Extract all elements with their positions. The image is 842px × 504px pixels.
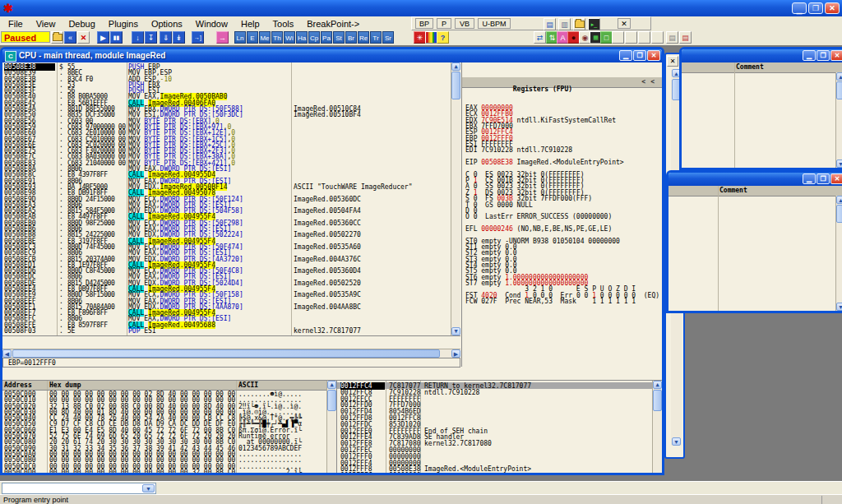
disasm-row[interactable]: 00508E91.8B06MOV EAX,DWORD PTR DS:[ESI]	[2, 178, 451, 183]
menu-breakpoint[interactable]: BreakPoint->	[300, 19, 366, 29]
dump-row[interactable]: 0050C050C9 D7 CF C8 CD CE DB D8 DA D9 CA…	[2, 420, 326, 426]
trace-over-icon[interactable]: ↡	[173, 31, 185, 44]
letter-button-tr[interactable]: Tr	[370, 31, 382, 44]
letter-button-cp[interactable]: Cp	[308, 31, 320, 44]
menu-plugins[interactable]: Plugins	[102, 19, 145, 29]
cpu-minimize-button[interactable]: ▁	[619, 50, 632, 61]
console-icon[interactable]: ▸_	[588, 18, 600, 30]
pause-icon[interactable]: ▮▮	[110, 31, 123, 44]
disasm-row[interactable]: 00508E39.8BECMOV EBP,ESP	[2, 69, 451, 75]
register-line[interactable]: FCW 027F Prec NEAR,53 Mask 1 1 1 1 1 1	[465, 298, 662, 303]
comment1-scroll-up-icon[interactable]: ▲	[836, 72, 842, 81]
comment2-scroll-down-icon[interactable]: ▼	[836, 303, 842, 311]
toolbar-blank-button-4[interactable]	[651, 31, 664, 44]
disasm-scroll-up-icon[interactable]: ▲	[451, 62, 460, 71]
register-line[interactable]: ST0 empty -UNORM B938 01050104 00000000	[465, 238, 662, 243]
register-line[interactable]: EFL 00000246 (NO,NB,E,BE,NS,PE,GE,LE)	[465, 225, 662, 231]
dump-scroll-up-icon[interactable]: ▲	[327, 381, 336, 389]
disasm-row[interactable]: 00508E9D.8B0D 24F15000MOV ECX,DWORD PTR …	[2, 196, 451, 201]
stack-row[interactable]: 0012FFE47C839AD8SE handler	[337, 433, 652, 440]
close-program-icon[interactable]: ✕	[77, 31, 90, 44]
disasm-row[interactable]: 00508E56.C603 00MOV BYTE PTR DS:[EBX],0	[2, 118, 451, 123]
disasm-row[interactable]: 00508EC9.8B06MOV EAX,DWORD PTR DS:[ESI]	[2, 249, 451, 255]
stack-vscrollbar[interactable]: ▲	[652, 381, 662, 473]
disasm-row[interactable]: 00508EE4.E8 0B97F8FFCALL ImageRed.004955…	[2, 285, 451, 291]
book-icon[interactable]: ▥	[558, 18, 571, 30]
dump-row[interactable]: 0050C00000 00 00 00 00 00 00 00 02 8D 40…	[2, 391, 326, 396]
stack-row[interactable]: 0012FFDC853D1020	[337, 421, 652, 428]
disasm-row[interactable]: 00508E67.C683 C5010000 00MOV BYTE PTR DS…	[2, 136, 451, 141]
stack-row[interactable]: 0012FFE0FFFFFFFFEnd of SEH chain	[337, 428, 652, 434]
disasm-scroll-right-icon[interactable]: ▶	[451, 349, 460, 358]
comment2-maximize-button[interactable]: ❐	[817, 173, 830, 184]
command-combobox[interactable]: ▼	[2, 483, 156, 494]
register-line[interactable]: EIP 00508E38 ImageRed.<ModuleEntryPoint>	[465, 159, 662, 164]
help-icon[interactable]: ?	[437, 31, 449, 44]
cpu-restore-button[interactable]: ❐	[633, 50, 646, 61]
dump-row[interactable]: 0050C0D000 00 00 00 00 00 00 00 00 00 00…	[2, 469, 326, 473]
trace-into-icon[interactable]: ⇓	[160, 31, 172, 44]
disasm-row[interactable]: 00508EFE.E8 8597F8FFCALL ImageRed.004956…	[2, 321, 451, 327]
band-button-bp[interactable]: BP	[415, 18, 433, 29]
stack-row[interactable]: 0012FFC87C910228ntdll.7C910228	[337, 389, 652, 395]
register-line[interactable]: FST 4020 Cond 1 0 0 0 Err 0 0 1 0 0 0 0 …	[465, 292, 662, 298]
stack-row[interactable]: 0012FFCCFFFFFFFF	[337, 395, 652, 402]
comment1-minimize-button[interactable]: ▁	[803, 50, 816, 61]
plugin-sync-arrows-icon[interactable]: ⇄	[534, 31, 546, 44]
stack-scroll-up-icon[interactable]: ▲	[653, 381, 662, 389]
dump-row[interactable]: 0050C08020 20 61 74 20 30 30 30 30 30 30…	[2, 438, 326, 444]
stack-row[interactable]: 0012FFF800508E38ImageRed.<ModuleEntryPoi…	[337, 465, 652, 472]
register-line[interactable]: ECX 0012FFB0	[465, 110, 662, 116]
stack-row[interactable]: 0012FFD80012FFC8	[337, 414, 652, 421]
register-line[interactable]: A 0 SS 0023 32bit 0(FFFFFFFF)	[465, 183, 662, 188]
registers-pane[interactable]: Registers (FPU) << EAX 00000000ECX 0012F…	[461, 62, 662, 367]
stack-row[interactable]: 0012FFF000000000	[337, 453, 652, 460]
register-line[interactable]: EDX 7C90E514 ntdll.KiFastSystemCallRet	[465, 117, 662, 123]
comment-window-1-titlebar[interactable]: ▁ ❐ ✕	[682, 49, 842, 62]
register-line[interactable]: ST2 empty 0.0	[465, 249, 662, 255]
stack-row[interactable]: 0012FFD07FFD7000	[337, 401, 652, 408]
log-marks-icon[interactable]: ▤	[679, 31, 692, 44]
disasm-scroll-down-icon[interactable]: ▼	[451, 327, 460, 335]
disasm-row[interactable]: 00508E60.C683 2E010000 00MOV BYTE PTR DS…	[2, 129, 451, 135]
stack-row[interactable]: 0012FFD48054B6ED	[337, 408, 652, 414]
register-line[interactable]: P 1 CS 001B 32bit 0(FFFFFFFF)	[465, 177, 662, 183]
register-line[interactable]: C 0 ES 0023 32bit 0(FFFFFFFF)	[465, 171, 662, 177]
dump-row[interactable]: 0050C0A000 00 00 00 00 00 00 00 00 00 00…	[2, 451, 326, 456]
register-line[interactable]: ST6 empty 1.0000000000000000000	[465, 274, 662, 280]
folder-icon[interactable]	[573, 18, 585, 30]
app-restore-button[interactable]: ❐	[808, 2, 823, 14]
register-line[interactable]: O 0 LastErr ERROR_SUCCESS (00000000)	[465, 213, 662, 219]
comment1-scrollbar[interactable]: ▲ ▼	[835, 72, 842, 168]
disassembly-pane[interactable]: 00508E38$55PUSH EBP00508E39.8BECMOV EBP,…	[2, 62, 460, 336]
menu-tools[interactable]: Tools	[266, 19, 301, 29]
dump-row[interactable]: 0050C02032 13 8B C0 02 00 8B C0 00 8D 40…	[2, 403, 326, 409]
dump-row[interactable]: 0050C01000 00 00 00 00 00 00 00 00 00 00…	[2, 396, 326, 402]
menu-file[interactable]: File	[2, 19, 30, 29]
menu-debug[interactable]: Debug	[62, 19, 101, 29]
stack-row[interactable]: 0012FFE87C817080kernel32.7C817080	[337, 440, 652, 446]
disasm-hscrollbar[interactable]: ◀ ▶	[2, 349, 460, 358]
menu-options[interactable]: Options	[145, 19, 189, 29]
register-line[interactable]: ST3 empty 0.0	[465, 256, 662, 261]
disasm-row[interactable]: 00508E40.B8 B0BA5000MOV EAX,ImageRed.005…	[2, 93, 451, 99]
register-line[interactable]: ST4 empty 0.0	[465, 261, 662, 267]
disasm-row[interactable]: 00508EE9.8B0D 58F15000MOV ECX,DWORD PTR …	[2, 291, 451, 297]
band-close-button[interactable]: ✕	[618, 18, 631, 29]
letter-button-ha[interactable]: Ha	[296, 31, 308, 44]
appearance-colors-icon[interactable]	[425, 31, 437, 44]
register-line[interactable]: ST5 empty 0.0	[465, 267, 662, 273]
letter-button-me[interactable]: Me	[259, 31, 271, 44]
letter-button-re[interactable]: Re	[358, 31, 369, 44]
dump-vscrollbar[interactable]: ▲	[326, 381, 336, 473]
letter-button-ln[interactable]: Ln	[234, 31, 246, 44]
app-minimize-button[interactable]: ▁	[792, 2, 807, 14]
disasm-row[interactable]: 00508E38$55PUSH EBP	[2, 63, 451, 69]
comment2-minimize-button[interactable]: ▁	[803, 173, 816, 184]
plugin-window-icon[interactable]: □	[600, 31, 613, 44]
goto-icon[interactable]: →	[216, 31, 229, 44]
stack-row[interactable]: 0012FFFC00000000	[337, 472, 652, 473]
disasm-row[interactable]: 00508EB0.8B0D 98F25000MOV ECX,DWORD PTR …	[2, 220, 451, 225]
comment-window-2[interactable]: ▁ ❐ ✕ Comment ▲ ▼	[666, 170, 842, 313]
menu-view[interactable]: View	[30, 19, 62, 29]
